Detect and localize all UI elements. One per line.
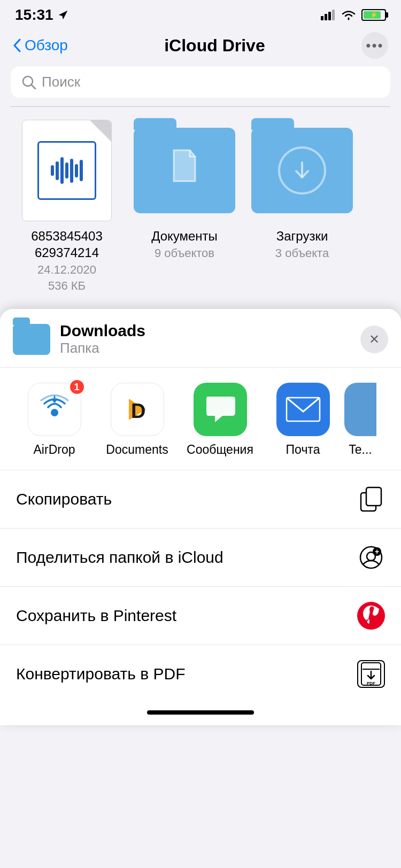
pinterest-label: Сохранить в Pinterest	[16, 607, 176, 625]
file-item-audio[interactable]: 6853845403629374214 24.12.2020 536 КБ	[11, 120, 123, 293]
airdrop-badge: 1	[68, 378, 86, 396]
svg-text:PDF: PDF	[367, 681, 375, 686]
action-share-icloud[interactable]: Поделиться папкой в iCloud +	[0, 529, 401, 587]
signal-icon	[321, 10, 336, 20]
documents-folder-icon	[134, 128, 235, 213]
app-icon-mail[interactable]: Почта	[261, 383, 344, 457]
partial-app-icon	[344, 383, 376, 436]
home-bar	[147, 710, 254, 715]
documents-label: Documents	[106, 443, 168, 457]
svg-rect-13	[366, 487, 381, 506]
folder-name-documents: Документы	[151, 228, 218, 244]
location-arrow-icon	[58, 10, 68, 20]
convert-pdf-icon: PDF	[357, 660, 385, 688]
share-icloud-icon: +	[357, 544, 385, 571]
action-pinterest[interactable]: Сохранить в Pinterest	[0, 587, 401, 645]
time-label: 15:31	[15, 6, 53, 24]
file-grid: 6853845403629374214 24.12.2020 536 КБ До…	[0, 107, 401, 309]
search-placeholder: Поиск	[42, 74, 80, 90]
svg-rect-0	[321, 16, 323, 20]
app-icon-documents[interactable]: D Documents	[96, 383, 179, 457]
partial-label: Te...	[349, 443, 372, 457]
close-button[interactable]: ✕	[360, 326, 388, 353]
downloads-folder-icon	[251, 128, 353, 213]
audio-file-icon	[22, 120, 112, 221]
back-button[interactable]: Обзор	[13, 37, 68, 54]
svg-rect-1	[325, 14, 327, 20]
action-copy[interactable]: Скопировать	[0, 470, 401, 529]
file-size: 536 КБ	[48, 279, 86, 293]
status-icons: ⚡	[321, 9, 386, 21]
documents-app-icon: D	[111, 383, 164, 436]
search-bar[interactable]: Поиск	[11, 66, 390, 98]
file-date: 24.12.2020	[37, 263, 96, 277]
waveform	[51, 154, 83, 187]
file-item-documents[interactable]: Документы 9 объектов	[128, 120, 241, 293]
back-label: Обзор	[25, 37, 68, 54]
action-list: Скопировать Поделиться папкой в iCloud +	[0, 470, 401, 703]
svg-line-5	[32, 85, 35, 89]
folder-count-documents: 9 объектов	[155, 246, 214, 260]
app-icon-partial[interactable]: Te...	[344, 383, 376, 457]
battery-icon: ⚡	[361, 9, 386, 21]
messages-app-icon	[194, 383, 247, 436]
messages-label: Сообщения	[187, 443, 253, 457]
svg-text:D: D	[131, 400, 145, 422]
app-icon-messages[interactable]: Сообщения	[179, 383, 261, 457]
file-name: 6853845403629374214	[31, 228, 102, 261]
folder-count-downloads: 3 объекта	[275, 246, 329, 260]
share-icloud-label: Поделиться папкой в iCloud	[16, 548, 223, 567]
app-icons-row: 1 AirDrop D Documents	[0, 368, 401, 470]
svg-rect-10	[286, 396, 321, 423]
mail-label: Почта	[286, 443, 320, 457]
svg-text:+: +	[375, 547, 379, 556]
share-item-type: Папка	[60, 340, 360, 356]
wifi-icon	[341, 10, 356, 20]
search-icon	[21, 75, 36, 90]
chevron-left-icon	[13, 38, 21, 52]
page-title: iCloud Drive	[164, 36, 265, 56]
status-bar: 15:31 ⚡	[0, 0, 401, 27]
more-button[interactable]: •••	[361, 32, 388, 59]
svg-rect-2	[328, 12, 331, 20]
convert-pdf-label: Конвертировать в PDF	[16, 665, 186, 683]
status-time: 15:31	[15, 6, 68, 24]
copy-label: Скопировать	[16, 490, 112, 508]
app-icon-airdrop[interactable]: 1 AirDrop	[13, 383, 96, 457]
svg-rect-3	[332, 10, 335, 20]
share-title-block: Downloads Папка	[60, 322, 360, 356]
mail-app-icon	[276, 383, 330, 436]
pinterest-icon	[357, 602, 385, 630]
nav-bar: Обзор iCloud Drive •••	[0, 27, 401, 66]
copy-icon	[357, 485, 385, 513]
file-item-downloads[interactable]: Загрузки 3 объекта	[246, 120, 358, 293]
folder-name-downloads: Загрузки	[276, 228, 328, 244]
share-header: Downloads Папка ✕	[0, 309, 401, 368]
home-indicator	[0, 703, 401, 725]
share-item-name: Downloads	[60, 322, 360, 340]
airdrop-label: AirDrop	[34, 443, 75, 457]
share-folder-icon	[13, 324, 50, 355]
share-sheet: Downloads Папка ✕	[0, 309, 401, 725]
svg-point-6	[51, 409, 58, 416]
action-convert-pdf[interactable]: Конвертировать в PDF PDF	[0, 645, 401, 703]
